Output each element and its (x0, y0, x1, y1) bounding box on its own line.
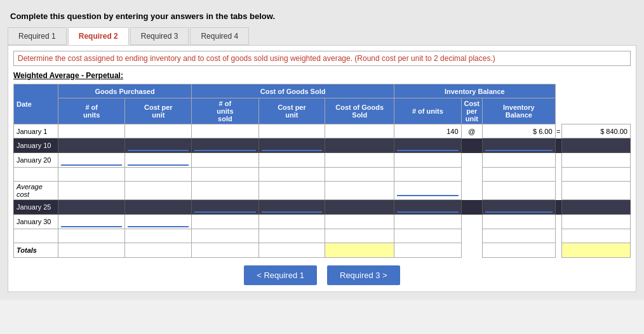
inv-balance-field[interactable] (565, 140, 627, 151)
cogs-total-cell (325, 124, 394, 138)
inv-units-input[interactable] (394, 138, 461, 153)
avg-inv-cost-input[interactable] (483, 182, 556, 200)
inv-balance-cell: $ 840.00 (561, 124, 630, 138)
header-inv-cost-per: Cost perunit (461, 98, 482, 124)
header-cost-of-goods-sold: Cost of Goods Sold (192, 84, 394, 98)
cogs-total-field[interactable] (328, 140, 391, 151)
j25-inv-units-field[interactable] (397, 201, 458, 213)
instruction-text: Complete this question by entering your … (8, 6, 636, 27)
inv-balance-field2[interactable] (565, 154, 627, 166)
cogs-units-field[interactable] (194, 140, 255, 151)
j25-inv-cost-input[interactable] (483, 200, 556, 215)
inv-units-input[interactable] (394, 153, 461, 168)
nav-buttons: < Required 1 Required 3 > (13, 265, 631, 285)
date-cell: January 1 (14, 124, 58, 138)
j30-gp-units-input[interactable] (58, 215, 125, 229)
j25-cogs-units-field[interactable] (194, 201, 255, 213)
tab-required2[interactable]: Required 2 (68, 27, 129, 45)
j25-cogs-cost-input[interactable] (258, 200, 325, 215)
cogs-units-field2[interactable] (194, 154, 255, 166)
section-title: Weighted Average - Perpetual: (13, 71, 631, 80)
cogs-cost-field[interactable] (262, 140, 323, 151)
j30-gp-units-field[interactable] (61, 216, 122, 227)
gp-cost-input[interactable] (125, 153, 192, 168)
cogs-units-cell (192, 124, 258, 138)
weighted-average-table: Date Goods Purchased Cost of Goods Sold … (13, 84, 631, 258)
j25-inv-balance-field[interactable] (565, 201, 627, 213)
header-goods-purchased: Goods Purchased (58, 84, 192, 98)
table-row (14, 229, 631, 243)
header-num-units: # ofunits (58, 98, 125, 124)
inv-cost-input[interactable] (483, 153, 556, 168)
inv-balance-input[interactable] (561, 153, 630, 168)
date-cell: January 10 (14, 138, 58, 153)
header-cogs: Cost of GoodsSold (325, 98, 394, 124)
cogs-units-input[interactable] (192, 153, 258, 168)
header-inv-balance: InventoryBalance (483, 98, 556, 124)
totals-label: Totals (14, 243, 58, 258)
gp-cost-field[interactable] (128, 140, 189, 151)
determine-main: Determine the cost assigned to ending in… (18, 54, 352, 63)
table-row: January 20 (14, 153, 631, 168)
totals-balance-field[interactable] (565, 244, 627, 256)
avg-cost-label: Average cost (14, 182, 58, 200)
date-cell-blank (14, 168, 58, 182)
j30-gp-cost-input[interactable] (125, 215, 192, 229)
determine-note: (Round cost per unit to 2 decimal places… (354, 54, 495, 63)
header-cost-per-unit-sold: Cost perunit (258, 98, 325, 124)
cogs-cost-field2[interactable] (262, 154, 323, 166)
inv-cost-input[interactable] (483, 138, 556, 153)
date-cell-jan30: January 30 (14, 215, 58, 229)
table-row (14, 168, 631, 182)
inv-units-cell: 140 (394, 124, 461, 138)
cogs-cost-input[interactable] (258, 138, 325, 153)
gp-units-input[interactable] (58, 153, 125, 168)
header-inventory-balance: Inventory Balance (394, 84, 555, 98)
prev-button[interactable]: < Required 1 (244, 265, 317, 285)
at-sign: @ (461, 124, 482, 138)
tab-required1[interactable]: Required 1 (8, 27, 67, 45)
cogs-total-input[interactable] (325, 138, 394, 153)
avg-inv-cost-field[interactable] (485, 185, 553, 196)
table-row: Average cost (14, 182, 631, 200)
j25-inv-units-input[interactable] (394, 200, 461, 215)
gp-units-field[interactable] (61, 140, 122, 151)
tab-required3[interactable]: Required 3 (130, 27, 189, 45)
date-cell-blank2 (14, 229, 58, 243)
gp-cost-input[interactable] (125, 138, 192, 153)
cogs-units-input[interactable] (192, 138, 258, 153)
table-row: January 30 (14, 215, 631, 229)
table-row: January 25 (14, 200, 631, 215)
inv-units-field[interactable] (397, 140, 458, 151)
gp-units-input[interactable] (58, 138, 125, 153)
avg-inv-units-input[interactable] (394, 182, 461, 200)
tab-required4[interactable]: Required 4 (190, 27, 249, 45)
gp-cost-cell (125, 124, 192, 138)
totals-cogs-input[interactable] (325, 243, 394, 258)
totals-balance-input[interactable] (561, 243, 630, 258)
next-button[interactable]: Required 3 > (327, 265, 400, 285)
inv-cost-field2[interactable] (485, 154, 553, 166)
inv-cost-field[interactable] (485, 140, 553, 151)
cogs-total-input[interactable] (325, 153, 394, 168)
determine-text: Determine the cost assigned to ending in… (13, 51, 631, 66)
j25-cogs-units-input[interactable] (192, 200, 258, 215)
gp-cost-field2[interactable] (128, 154, 189, 166)
header-date: Date (14, 84, 58, 124)
j25-cogs-cost-field[interactable] (262, 201, 323, 213)
gp-units-field2[interactable] (61, 154, 122, 166)
j30-gp-cost-field[interactable] (128, 216, 189, 227)
j25-inv-balance-input[interactable] (561, 200, 630, 215)
j25-cogs-total-field[interactable] (328, 201, 391, 213)
cogs-total-field2[interactable] (328, 154, 391, 166)
j25-cogs-total-input[interactable] (325, 200, 394, 215)
j25-inv-cost-field[interactable] (485, 201, 553, 213)
avg-inv-units-field[interactable] (397, 185, 458, 196)
inv-units-field2[interactable] (397, 154, 458, 166)
cogs-cost-input[interactable] (258, 153, 325, 168)
totals-row: Totals (14, 243, 631, 258)
cogs-cost-cell (258, 124, 325, 138)
inv-balance-input[interactable] (561, 138, 630, 153)
gp-units-cell (58, 124, 125, 138)
totals-cogs-field[interactable] (328, 244, 391, 256)
